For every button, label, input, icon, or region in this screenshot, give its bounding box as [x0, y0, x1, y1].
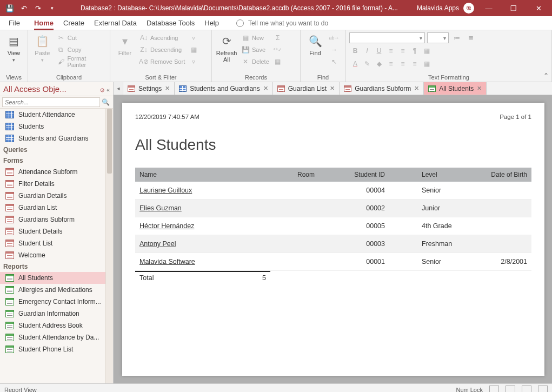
tab-file[interactable]: File — [4, 16, 24, 30]
tab-external-data[interactable]: External Data — [94, 16, 137, 30]
brush-icon: 🖌 — [57, 57, 65, 66]
navitem-report[interactable]: Student Phone List — [0, 343, 113, 355]
lightbulb-icon — [236, 19, 244, 27]
doctab[interactable]: Guardian List✕ — [273, 82, 340, 95]
navitem-table[interactable]: Student Attendance — [0, 109, 113, 121]
tab-database-tools[interactable]: Database Tools — [147, 16, 195, 30]
navitem-label: Student Phone List — [18, 346, 73, 353]
view-button[interactable]: ▤ View ▾ — [3, 32, 24, 74]
tell-me-search[interactable]: Tell me what you want to do — [236, 19, 328, 27]
navpane-collapse-icon[interactable]: « — [107, 87, 110, 93]
navpane-search-icon[interactable]: 🔍 — [100, 98, 111, 106]
paste-label: Paste — [35, 50, 50, 56]
sort-asc-icon: A↓ — [139, 34, 148, 42]
table-icon — [5, 135, 14, 142]
tab-create[interactable]: Create — [63, 16, 84, 30]
view-layout-button[interactable] — [522, 386, 531, 393]
minimize-button[interactable]: — — [478, 2, 499, 15]
navpane-title[interactable]: All Access Obje... — [3, 84, 66, 94]
navitem-form[interactable]: Filter Details — [0, 178, 113, 190]
tab-scroll-left[interactable]: ◂ — [114, 82, 123, 95]
navitem-form[interactable]: Guardian Details — [0, 190, 113, 202]
navitem-report[interactable]: Student Address Book — [0, 320, 113, 331]
tab-home[interactable]: Home — [34, 16, 54, 30]
table-row[interactable]: Elies Guzman00002Junior — [135, 200, 531, 217]
redo-icon[interactable]: ↷ — [31, 2, 44, 15]
qat-customize-icon[interactable]: ▾ — [45, 2, 58, 15]
alt-fill-icon: ▦ — [421, 58, 433, 69]
navitem-form[interactable]: Guardian List — [0, 202, 113, 214]
cell-level: Senior — [389, 253, 456, 271]
cut-label: Cut — [68, 35, 77, 41]
cell-student-id: 00004 — [319, 182, 389, 200]
close-tab-icon[interactable]: ✕ — [414, 85, 419, 92]
close-tab-icon[interactable]: ✕ — [263, 85, 268, 92]
navitem-form[interactable]: Guardians Subform — [0, 214, 113, 225]
navitem-report[interactable]: All Students — [0, 272, 113, 284]
app-account-icon[interactable]: ֎ — [463, 3, 474, 14]
navitem-label: Student Attendance by Da... — [18, 334, 99, 341]
app-account-label: Malavida Apps — [417, 4, 459, 12]
table-row[interactable]: Héctor Hernández000054th Grade — [135, 217, 531, 235]
navitem-form[interactable]: Welcome — [0, 249, 113, 261]
cell-name[interactable]: Héctor Hernández — [135, 217, 276, 235]
navpane-scrollbar[interactable] — [105, 109, 113, 383]
navgroup-queries[interactable]: Queries⌄ — [0, 144, 113, 155]
navitem-report[interactable]: Student Attendance by Da... — [0, 331, 113, 343]
form-icon — [5, 192, 14, 200]
tab-help[interactable]: Help — [204, 16, 219, 30]
navpane-search-input[interactable] — [2, 97, 100, 107]
navitem-table[interactable]: Students — [0, 121, 113, 132]
navitem-label: Allergies and Medications — [18, 286, 92, 294]
paste-icon: 📋 — [35, 34, 50, 49]
undo-icon[interactable]: ↶ — [17, 2, 30, 15]
doctab[interactable]: Settings✕ — [123, 82, 175, 95]
save-icon[interactable]: 💾 — [3, 2, 16, 15]
navitem-report[interactable]: Guardian Information — [0, 308, 113, 320]
doctab[interactable]: Guardians Subform✕ — [340, 82, 424, 95]
ribbon-collapse-icon[interactable]: ⌃ — [543, 72, 549, 79]
doctab[interactable]: All Students✕ — [424, 82, 487, 95]
navgroup-forms[interactable]: Forms⌃ — [0, 155, 113, 166]
cell-student-id: 00003 — [319, 235, 389, 253]
filter-button: ▾ Filter — [114, 32, 136, 74]
form-icon — [5, 168, 14, 176]
cell-level: Senior — [389, 182, 456, 200]
navitem-report[interactable]: Emergency Contact Inform... — [0, 296, 113, 308]
cell-name[interactable]: Elies Guzman — [135, 200, 276, 217]
refresh-all-button[interactable]: ⟳ Refresh All — [215, 32, 238, 74]
sigma-icon: Σ — [274, 34, 282, 42]
gridlines-icon: ▦ — [421, 45, 433, 56]
close-tab-icon[interactable]: ✕ — [165, 85, 170, 92]
navitem-form[interactable]: Student List — [0, 237, 113, 249]
navgroup-reports[interactable]: Reports⌃ — [0, 261, 113, 272]
scrollbar-thumb[interactable] — [107, 109, 112, 174]
find-button[interactable]: 🔍 Find — [304, 32, 327, 74]
table-row[interactable]: Antony Peel00003Freshman — [135, 235, 531, 253]
navitem-table[interactable]: Students and Guardians — [0, 132, 113, 144]
view-design-button[interactable] — [538, 386, 548, 393]
navitem-label: Guardian Details — [18, 192, 66, 200]
navitem-report[interactable]: Allergies and Medications — [0, 284, 113, 296]
restore-button[interactable]: ❐ — [503, 2, 524, 15]
bold-button: B — [349, 45, 361, 56]
doctab[interactable]: Students and Guardians✕ — [175, 82, 272, 95]
toggle-filter-icon: ▿ — [189, 57, 198, 66]
save-record-icon: 💾 — [241, 45, 250, 54]
navitem-form[interactable]: Attendance Subform — [0, 166, 113, 178]
total-label: Total — [139, 274, 154, 282]
col-student-id: Student ID — [319, 168, 389, 182]
navpane-dropdown-icon[interactable]: ⊙ — [100, 87, 104, 93]
table-row[interactable]: Lauriane Guilloux00004Senior — [135, 182, 531, 200]
cell-name[interactable]: Malavida Software — [135, 253, 276, 271]
cell-name[interactable]: Lauriane Guilloux — [135, 182, 276, 200]
close-tab-icon[interactable]: ✕ — [330, 85, 335, 92]
view-report-button[interactable] — [489, 386, 499, 393]
view-print-button[interactable] — [506, 386, 515, 393]
close-tab-icon[interactable]: ✕ — [477, 85, 482, 92]
navitem-form[interactable]: Student Details — [0, 225, 113, 237]
main-area: All Access Obje... ⊙ « 🔍 Student Attenda… — [0, 82, 552, 383]
table-row[interactable]: Malavida Software00001Senior2/8/2001 — [135, 253, 531, 271]
close-button[interactable]: ✕ — [528, 2, 549, 15]
cell-name[interactable]: Antony Peel — [135, 235, 276, 253]
